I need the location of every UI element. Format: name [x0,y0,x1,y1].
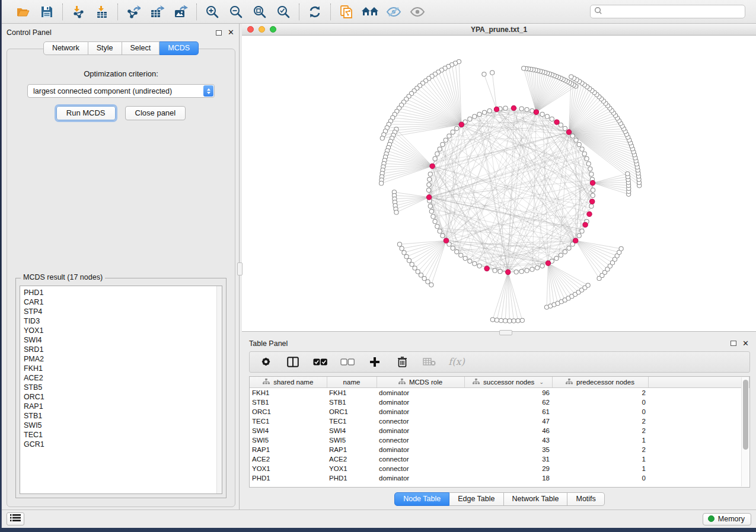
table-cell[interactable]: connector [377,416,464,426]
leaf-node[interactable] [516,319,520,323]
mcds-result-item[interactable]: STB5 [24,383,222,392]
leaf-node[interactable] [397,242,401,246]
table-row[interactable]: RAP1RAP1dominator352 [250,445,749,454]
ring-node[interactable] [563,126,567,130]
table-cell[interactable]: TEC1 [327,416,377,426]
vertical-splitter[interactable] [239,24,242,509]
ring-node[interactable] [426,188,430,192]
ring-node[interactable] [463,256,467,260]
ring-node[interactable] [525,107,529,111]
network-graph[interactable] [242,36,756,331]
table-cell[interactable]: STB1 [327,398,377,407]
mcds-result-item[interactable]: PMA2 [24,354,222,364]
ring-node[interactable] [591,188,595,192]
ring-node[interactable] [559,253,563,257]
table-cell[interactable]: 43 [464,435,552,445]
mcds-node[interactable] [534,110,538,114]
table-cell[interactable]: dominator [377,398,464,407]
mcds-result-item[interactable]: SRD1 [24,345,222,354]
add-column-button[interactable] [367,353,382,371]
ring-node[interactable] [530,267,534,271]
ring-node[interactable] [431,214,435,219]
ring-node[interactable] [459,253,463,257]
mcds-node[interactable] [430,164,435,168]
close-panel-icon[interactable]: ✕ [228,30,234,36]
ring-node[interactable] [468,117,472,121]
table-cell[interactable]: 1 [552,464,648,473]
leaf-node[interactable] [379,181,384,185]
ring-node[interactable] [550,117,554,121]
table-cell[interactable]: 61 [464,407,552,416]
leaf-node[interactable] [422,277,426,281]
zoom-out-button[interactable] [227,3,245,21]
ring-node[interactable] [585,156,589,161]
ring-node[interactable] [441,233,445,238]
import-network-button[interactable] [69,3,88,21]
table-cell[interactable]: FKH1 [250,388,327,398]
ring-node[interactable] [580,147,584,151]
leaf-node[interactable] [508,319,512,323]
delete-column-button[interactable] [394,353,410,371]
table-row[interactable]: SWI5SWI5connector431 [250,435,749,445]
leaf-node[interactable] [482,72,486,76]
tab-mcds[interactable]: MCDS [160,41,199,55]
ring-node[interactable] [451,246,455,250]
leaf-node[interactable] [586,283,590,287]
zoom-fit-button[interactable] [250,3,269,21]
table-cell[interactable]: 35 [464,445,552,454]
delete-table-button[interactable] [422,353,437,371]
column-header-name[interactable]: name [327,377,377,388]
mcds-node[interactable] [583,222,588,227]
table-cell[interactable]: SWI4 [327,426,377,435]
mcds-node[interactable] [484,266,489,271]
mcds-result-item[interactable]: PHD1 [24,288,222,297]
network-canvas-area[interactable] [242,36,756,331]
mcds-node[interactable] [459,122,464,127]
save-button[interactable] [37,3,56,21]
table-row[interactable]: ORC1ORC1dominator610 [250,407,749,416]
table-cell[interactable]: 1 [552,435,648,445]
ring-node[interactable] [570,134,575,138]
zoom-in-button[interactable] [203,3,222,21]
table-cell[interactable]: dominator [377,473,464,483]
mcds-node[interactable] [554,120,559,124]
ring-node[interactable] [498,270,502,274]
table-scrollbar-thumb[interactable] [743,380,748,450]
table-cell[interactable]: 18 [464,473,552,483]
table-row[interactable]: FKH1FKH1dominator962 [250,388,749,398]
ring-node[interactable] [477,264,481,268]
mcds-result-item[interactable]: STP4 [24,307,222,316]
table-cell[interactable]: YOX1 [327,464,377,473]
criterion-select[interactable]: largest connected component (undirected) [27,84,215,98]
open-button[interactable] [14,3,33,21]
close-panel-button[interactable]: Close panel [125,106,186,120]
ring-node[interactable] [540,112,544,116]
leaf-node[interactable] [402,251,406,255]
table-cell[interactable]: FKH1 [327,388,377,398]
ring-node[interactable] [582,152,586,156]
deselect-all-button[interactable] [340,353,355,371]
mcds-result-item[interactable]: CAR1 [24,297,222,307]
mcds-result-item[interactable]: FKH1 [24,364,222,373]
ring-node[interactable] [428,204,432,208]
ring-node[interactable] [589,204,594,208]
search-field[interactable] [590,5,745,18]
leaf-node[interactable] [404,255,409,259]
table-row[interactable]: STB1STB1dominator620 [250,398,749,407]
mcds-result-item[interactable]: ACE2 [24,373,222,383]
table-cell[interactable]: 62 [464,398,552,407]
ring-node[interactable] [444,138,448,142]
hide-selected-button[interactable] [384,3,403,21]
mcds-result-item[interactable]: TEC1 [24,430,222,440]
ring-node[interactable] [473,114,477,118]
first-neighbors-button[interactable] [361,3,379,21]
select-all-button[interactable] [312,353,328,371]
tab-select[interactable]: Select [122,41,160,55]
network-window-titlebar[interactable]: YPA_prune.txt_1 [242,24,756,36]
run-mcds-button[interactable]: Run MCDS [56,106,116,120]
mcds-result-item[interactable]: GCR1 [24,440,222,449]
splitter-grip[interactable] [237,262,243,275]
mcds-result-item[interactable]: STB1 [24,411,222,421]
mcds-node[interactable] [494,107,499,111]
show-all-button[interactable] [408,3,427,21]
